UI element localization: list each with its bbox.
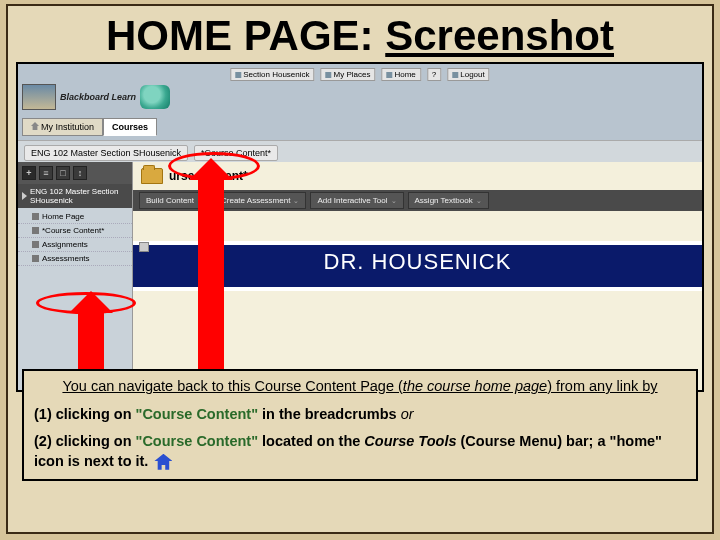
sidebar-item-label: *Course Content* xyxy=(42,226,104,235)
action-label: Add Interactive Tool xyxy=(317,196,387,205)
lead-text-a: You can navigate back to this Course Con… xyxy=(62,378,402,394)
instruction-lead: You can navigate back to this Course Con… xyxy=(34,377,686,397)
step1-or: or xyxy=(401,406,414,422)
sidebar-item-label: Home Page xyxy=(42,212,84,221)
add-menu-item-button[interactable]: + xyxy=(22,166,36,180)
sidebar-item-home-page[interactable]: Home Page xyxy=(18,210,132,224)
step1-a: (1) clicking on xyxy=(34,406,136,422)
sidebar-item-assignments[interactable]: Assignments xyxy=(18,238,132,252)
util-myplaces[interactable]: My Places xyxy=(321,68,376,81)
instruction-box: You can navigate back to this Course Con… xyxy=(22,369,698,481)
step2-course-tools: Course Tools xyxy=(364,433,456,449)
tab-my-institution[interactable]: My Institution xyxy=(22,118,103,136)
breadcrumb-course[interactable]: ENG 102 Master Section SHousenick xyxy=(24,145,188,161)
bb-logo-text: Blackboard Learn xyxy=(60,92,136,102)
section-icon xyxy=(235,72,241,78)
slide-frame: HOME PAGE: Screenshot Section Housenick … xyxy=(6,4,714,534)
step2-a: (2) clicking on xyxy=(34,433,136,449)
lead-text-b: the course home page xyxy=(403,378,547,394)
action-label: Build Content xyxy=(146,196,194,205)
slide-title: HOME PAGE: Screenshot xyxy=(8,6,712,62)
util-section[interactable]: Section Housenick xyxy=(230,68,314,81)
util-label: ? xyxy=(432,70,436,79)
action-label: Create Assessment xyxy=(221,196,290,205)
tab-courses[interactable]: Courses xyxy=(103,118,157,136)
bb-tabs: My Institution Courses xyxy=(22,118,157,136)
course-menu-sidebar: + ≡ □ ↕ ENG 102 Master Section SHousenic… xyxy=(18,162,133,390)
home-icon xyxy=(154,454,172,470)
util-logout[interactable]: Logout xyxy=(447,68,489,81)
bb-utility-bar: Section Housenick My Places Home ? Logou… xyxy=(230,68,489,81)
add-interactive-tool-button[interactable]: Add Interactive Tool⌄ xyxy=(310,192,403,209)
title-suffix: Screenshot xyxy=(385,12,614,59)
tab-label: Courses xyxy=(112,122,148,132)
screenshot-frame: Section Housenick My Places Home ? Logou… xyxy=(16,62,704,392)
util-label: Logout xyxy=(460,70,484,79)
sidebar-item-assessments[interactable]: Assessments xyxy=(18,252,132,266)
util-label: My Places xyxy=(334,70,371,79)
folder-icon xyxy=(32,227,39,234)
chevron-down-icon: ⌄ xyxy=(293,197,299,205)
bb-swirl-icon xyxy=(140,85,170,109)
sidebar-items: Home Page *Course Content* Assignments A… xyxy=(18,208,132,268)
sidebar-toolbar: + ≡ □ ↕ xyxy=(18,162,132,184)
instruction-step-2: (2) clicking on "Course Content" located… xyxy=(34,432,686,471)
home-icon xyxy=(386,72,392,78)
sidebar-tool-button[interactable]: ≡ xyxy=(39,166,53,180)
logout-icon xyxy=(452,72,458,78)
step1-c: in the breadcrumbs xyxy=(258,406,401,422)
myplaces-icon xyxy=(326,72,332,78)
step2-course-content: "Course Content" xyxy=(136,433,259,449)
folder-icon xyxy=(32,241,39,248)
sidebar-tool-button[interactable]: □ xyxy=(56,166,70,180)
sidebar-item-label: Assignments xyxy=(42,240,88,249)
util-home[interactable]: Home xyxy=(381,68,420,81)
bb-logo: Blackboard Learn xyxy=(22,84,170,110)
callout-arrow-breadcrumb xyxy=(198,176,224,392)
util-help[interactable]: ? xyxy=(427,68,441,81)
sidebar-tool-button[interactable]: ↕ xyxy=(73,166,87,180)
folder-icon xyxy=(32,255,39,262)
bb-body: + ≡ □ ↕ ENG 102 Master Section SHousenic… xyxy=(18,162,702,390)
drag-handle-icon[interactable] xyxy=(139,242,149,252)
tab-label: My Institution xyxy=(41,122,94,132)
chevron-down-icon: ⌄ xyxy=(476,197,482,205)
expand-icon xyxy=(22,192,27,200)
action-label: Assign Textbook xyxy=(415,196,473,205)
title-prefix: HOME PAGE: xyxy=(106,12,374,59)
sidebar-item-course-content[interactable]: *Course Content* xyxy=(18,224,132,238)
util-label: Home xyxy=(394,70,415,79)
instruction-step-1: (1) clicking on "Course Content" in the … xyxy=(34,405,686,425)
folder-icon xyxy=(32,213,39,220)
step1-course-content: "Course Content" xyxy=(136,406,259,422)
chevron-down-icon: ⌄ xyxy=(391,197,397,205)
home-icon xyxy=(31,122,39,130)
util-label: Section Housenick xyxy=(243,70,309,79)
sidebar-course-title[interactable]: ENG 102 Master Section SHousenick xyxy=(18,184,132,208)
step2-c: located on the xyxy=(258,433,364,449)
sidebar-head-label: ENG 102 Master Section SHousenick xyxy=(30,187,128,205)
sidebar-item-label: Assessments xyxy=(42,254,90,263)
bb-logo-image xyxy=(22,84,56,110)
assign-textbook-button[interactable]: Assign Textbook⌄ xyxy=(408,192,489,209)
folder-icon xyxy=(141,168,163,184)
create-assessment-button[interactable]: Create Assessment⌄ xyxy=(214,192,306,209)
lead-text-c: ) from any link by xyxy=(547,378,657,394)
